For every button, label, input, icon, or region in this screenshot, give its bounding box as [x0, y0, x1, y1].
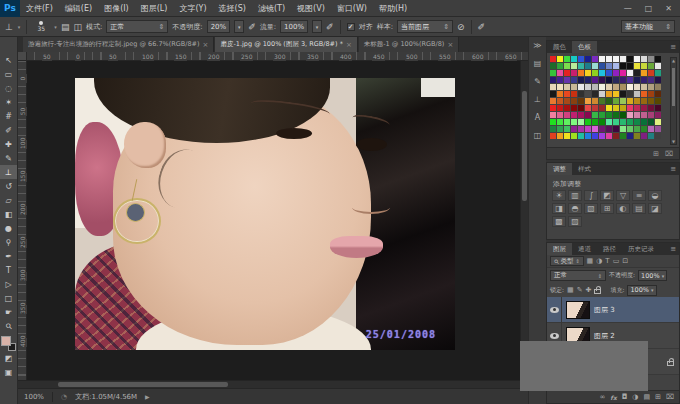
- color-swatch[interactable]: [620, 98, 626, 104]
- color-swatch[interactable]: [641, 98, 647, 104]
- history-brush-tool[interactable]: ↺: [0, 179, 17, 193]
- vertical-scrollbar[interactable]: [520, 61, 528, 380]
- color-swatch[interactable]: [634, 77, 640, 83]
- color-swatch[interactable]: [641, 91, 647, 97]
- color-swatch[interactable]: [585, 112, 591, 118]
- color-swatch[interactable]: [641, 56, 647, 62]
- color-swatch[interactable]: [585, 70, 591, 76]
- color-swatch[interactable]: [613, 63, 619, 69]
- color-swatch[interactable]: [599, 133, 605, 139]
- color-swatch[interactable]: [634, 112, 640, 118]
- color-swatch[interactable]: [613, 126, 619, 132]
- tab-doc-2[interactable]: 磨皮-1.jpg @ 100% (图层 3, RGB/8#) *×: [215, 37, 357, 52]
- type-tool[interactable]: T: [0, 263, 17, 277]
- menu-image[interactable]: 图像(I): [98, 0, 135, 17]
- color-swatch[interactable]: [571, 105, 577, 111]
- color-swatch[interactable]: [578, 70, 584, 76]
- color-swatch[interactable]: [620, 133, 626, 139]
- color-swatch[interactable]: [634, 98, 640, 104]
- color-swatch[interactable]: [620, 126, 626, 132]
- eye-icon[interactable]: [550, 307, 559, 313]
- color-swatch[interactable]: [627, 63, 633, 69]
- tab-doc-2-close-icon[interactable]: ×: [346, 41, 352, 49]
- brush-preset-picker[interactable]: 35: [33, 21, 49, 32]
- filter-adjustment-layers-icon[interactable]: ◑: [596, 257, 602, 265]
- adj-threshold-icon[interactable]: ◪: [648, 203, 662, 214]
- tab-history[interactable]: 历史记录: [622, 243, 660, 255]
- photo-document[interactable]: 25/01/2008: [75, 78, 455, 350]
- new-adjustment-layer-icon[interactable]: ◑: [632, 393, 638, 401]
- sample-select[interactable]: 当前图层 ⇕: [397, 20, 453, 33]
- dodge-tool[interactable]: ⚲: [0, 235, 17, 249]
- adj-color-balance-icon[interactable]: ◒: [648, 190, 662, 201]
- zoom-level-field[interactable]: 100%: [24, 393, 44, 401]
- color-swatch[interactable]: [655, 119, 661, 125]
- layer-filter-kind-select[interactable]: ⚲ 类型 ⇕: [550, 256, 584, 266]
- ruler-vertical[interactable]: 050100150200250300350400: [18, 61, 27, 380]
- crop-tool[interactable]: #: [0, 109, 17, 123]
- scroll-down-icon[interactable]: ▼: [671, 139, 676, 144]
- color-swatch[interactable]: [606, 112, 612, 118]
- menu-type[interactable]: 文字(Y): [173, 0, 212, 17]
- color-swatch[interactable]: [655, 91, 661, 97]
- adj-posterize-icon[interactable]: ▤: [632, 203, 646, 214]
- color-swatch[interactable]: [550, 63, 556, 69]
- color-swatch[interactable]: [648, 133, 654, 139]
- lock-transparency-icon[interactable]: ▦: [567, 286, 574, 294]
- color-swatch[interactable]: [613, 91, 619, 97]
- color-swatch[interactable]: [655, 77, 661, 83]
- color-swatch[interactable]: [599, 84, 605, 90]
- color-swatch[interactable]: [564, 70, 570, 76]
- close-button[interactable]: ✕: [665, 4, 672, 13]
- adjustments-panel-menu-icon[interactable]: ≡: [670, 163, 679, 175]
- color-swatch[interactable]: [655, 105, 661, 111]
- color-swatch[interactable]: [571, 84, 577, 90]
- color-swatch[interactable]: [592, 126, 598, 132]
- color-swatch[interactable]: [627, 77, 633, 83]
- color-swatch[interactable]: [620, 84, 626, 90]
- color-swatch[interactable]: [585, 56, 591, 62]
- color-swatch[interactable]: [578, 84, 584, 90]
- color-swatch[interactable]: [627, 126, 633, 132]
- quick-mask-icon[interactable]: ◩: [0, 351, 17, 365]
- color-swatch[interactable]: [627, 105, 633, 111]
- color-swatch[interactable]: [571, 126, 577, 132]
- color-swatch[interactable]: [557, 77, 563, 83]
- toggle-clone-source-panel-icon[interactable]: ◫: [73, 22, 82, 32]
- filter-pixel-layers-icon[interactable]: ▦: [587, 257, 594, 265]
- color-swatch[interactable]: [578, 98, 584, 104]
- color-swatch[interactable]: [648, 91, 654, 97]
- color-swatch[interactable]: [620, 91, 626, 97]
- lock-all-icon[interactable]: [594, 289, 601, 294]
- color-swatch[interactable]: [585, 63, 591, 69]
- color-swatch[interactable]: [620, 56, 626, 62]
- color-swatch[interactable]: [655, 98, 661, 104]
- color-swatch[interactable]: [641, 77, 647, 83]
- color-swatch[interactable]: [620, 63, 626, 69]
- color-swatch[interactable]: [592, 112, 598, 118]
- color-swatch[interactable]: [571, 63, 577, 69]
- color-swatch[interactable]: [634, 119, 640, 125]
- color-swatch[interactable]: [585, 133, 591, 139]
- brush-picker-caret-icon[interactable]: ▾: [54, 24, 57, 30]
- color-swatch[interactable]: [634, 63, 640, 69]
- color-swatch[interactable]: [606, 133, 612, 139]
- color-swatch[interactable]: [655, 126, 661, 132]
- tab-swatches[interactable]: 色板: [572, 41, 597, 53]
- tab-doc-3-close-icon[interactable]: ×: [447, 41, 453, 49]
- menu-filter[interactable]: 滤镜(T): [252, 0, 291, 17]
- color-swatch[interactable]: [564, 133, 570, 139]
- color-swatch[interactable]: [599, 56, 605, 62]
- color-swatch[interactable]: [564, 98, 570, 104]
- layers-panel-menu-icon[interactable]: ≡: [670, 243, 679, 255]
- color-swatch[interactable]: [613, 56, 619, 62]
- color-swatch[interactable]: [655, 84, 661, 90]
- color-swatch[interactable]: [564, 63, 570, 69]
- color-swatch[interactable]: [606, 119, 612, 125]
- opacity-pressure-icon[interactable]: ✐: [248, 22, 256, 32]
- menu-edit[interactable]: 编辑(E): [59, 0, 98, 17]
- adj-black-white-icon[interactable]: ◨: [552, 203, 566, 214]
- color-swatch[interactable]: [557, 112, 563, 118]
- color-swatch[interactable]: [606, 77, 612, 83]
- color-swatch[interactable]: [557, 84, 563, 90]
